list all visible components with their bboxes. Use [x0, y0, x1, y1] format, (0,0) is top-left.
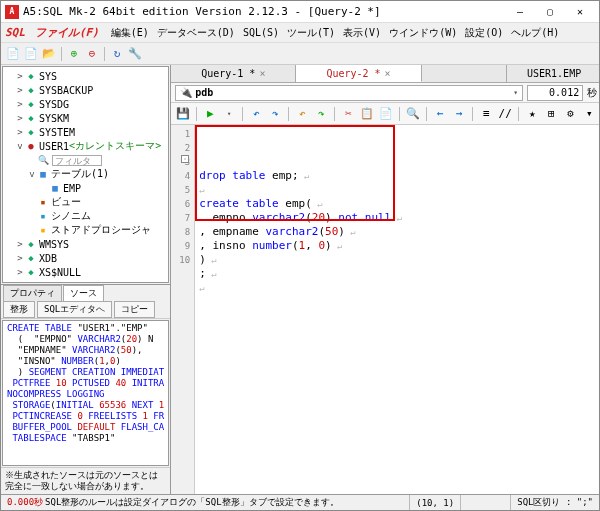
status-exec-time: 0.000秒	[7, 496, 43, 509]
menu-item-7[interactable]: 設定(O)	[461, 25, 507, 40]
menu-item-2[interactable]: データベース(D)	[153, 25, 239, 40]
tree-twisty[interactable]: >	[15, 99, 25, 109]
redo-icon[interactable]: ↷	[267, 106, 283, 122]
tree-twisty[interactable]: v	[15, 141, 25, 151]
tree-twisty[interactable]: >	[15, 127, 25, 137]
tree-filter-input[interactable]: フィルタ	[52, 155, 102, 166]
sql-editor[interactable]: drop table emp; ↵↵create table emp( ↵ em…	[195, 125, 599, 494]
code-line: ) ↵	[199, 253, 597, 267]
tbl-icon: ▦	[49, 183, 61, 193]
tree-node[interactable]: ▪ストアドプロシージャ	[3, 223, 168, 237]
arrow-left-icon[interactable]: ←	[432, 106, 448, 122]
close-button[interactable]: ✕	[565, 2, 595, 22]
tree-label: シノニム	[51, 209, 91, 223]
menu-item-1[interactable]: 編集(E)	[107, 25, 153, 40]
prop-tab-1[interactable]: ソース	[63, 285, 104, 301]
explain-icon[interactable]: ⊞	[543, 106, 559, 122]
arrow-right-icon[interactable]: →	[451, 106, 467, 122]
tree-node[interactable]: v●USER1 <カレントスキーマ>	[3, 139, 168, 153]
tree-node[interactable]: >◆WMSYS	[3, 237, 168, 251]
tree-label: XS$NULL	[39, 267, 81, 278]
tree-twisty[interactable]: >	[15, 267, 25, 277]
redo2-icon[interactable]: ↷	[313, 106, 329, 122]
tree-twisty[interactable]: >	[15, 253, 25, 263]
db-tree[interactable]: >◆SYS>◆SYSBACKUP>◆SYSDG>◆SYSKM>◆SYSTEMv●…	[2, 66, 169, 283]
tree-node[interactable]: v▦テーブル(1)	[3, 167, 168, 181]
format-icon[interactable]: ≡	[478, 106, 494, 122]
run-icon[interactable]: ▶	[202, 106, 218, 122]
menu-item-8[interactable]: ヘルプ(H)	[507, 25, 563, 40]
tree-node[interactable]: >◆XDB	[3, 251, 168, 265]
gutter-line: 7	[171, 211, 194, 225]
refresh-icon[interactable]: ↻	[109, 46, 125, 62]
tree-twisty[interactable]: >	[15, 71, 25, 81]
menu-item-4[interactable]: ツール(T)	[283, 25, 339, 40]
tree-node[interactable]: ▪ビュー	[3, 195, 168, 209]
menu-item-0[interactable]: ファイル(F)	[31, 24, 103, 41]
tree-twisty[interactable]: >	[15, 239, 25, 249]
tool-icon[interactable]: 🔧	[127, 46, 143, 62]
cut-icon[interactable]: ✂	[340, 106, 356, 122]
find-icon[interactable]: 🔍	[405, 106, 421, 122]
open-icon[interactable]: 📂	[41, 46, 57, 62]
paste-icon[interactable]: 📄	[378, 106, 394, 122]
menu-item-6[interactable]: ウインドウ(W)	[385, 25, 461, 40]
minimize-button[interactable]: —	[505, 2, 535, 22]
exec-time-field[interactable]	[527, 85, 583, 101]
editor-tab-label: Query-2 *	[326, 68, 380, 79]
tree-node[interactable]: ▦EMP	[3, 181, 168, 195]
editor-tab-1[interactable]: Query-2 *×	[296, 65, 421, 82]
prop-button-0[interactable]: 整形	[3, 301, 35, 318]
prop-button-2[interactable]: コピー	[114, 301, 155, 318]
new-sql-icon[interactable]: 📄	[23, 46, 39, 62]
source-area[interactable]: CREATE TABLE "USER1"."EMP" ( "EMPNO" VAR…	[2, 320, 169, 466]
tree-node[interactable]: ▪シノニム	[3, 209, 168, 223]
undo2-icon[interactable]: ↶	[294, 106, 310, 122]
tbl-icon: ▦	[37, 169, 49, 179]
db-remove-icon[interactable]: ⊖	[84, 46, 100, 62]
menu-item-5[interactable]: 表示(V)	[339, 25, 385, 40]
gutter-line: 2	[171, 141, 194, 155]
tree-twisty[interactable]: >	[15, 113, 25, 123]
tree-node[interactable]: >◆SYSDG	[3, 97, 168, 111]
main-toolbar: 📄 📄 📂 ⊕ ⊖ ↻ 🔧	[1, 43, 599, 65]
chevron-down-icon: ▾	[513, 88, 518, 97]
tree-node[interactable]: >◆XS$NULL	[3, 265, 168, 279]
tree-twisty[interactable]: >	[15, 85, 25, 95]
tree-node[interactable]: 🔍フィルタ	[3, 153, 168, 167]
comment-icon[interactable]: //	[497, 106, 513, 122]
maximize-button[interactable]: ▢	[535, 2, 565, 22]
prop-tab-0[interactable]: プロパティ	[3, 285, 62, 301]
tree-node[interactable]: >◆SYSKM	[3, 111, 168, 125]
tree-twisty[interactable]: v	[27, 169, 37, 179]
tree-label: SYSTEM	[39, 127, 75, 138]
code-line: , insno number(1, 0) ↵	[199, 239, 597, 253]
undo-icon[interactable]: ↶	[248, 106, 264, 122]
close-tab-icon[interactable]: ×	[259, 68, 265, 79]
tree-node[interactable]: >◆SYS	[3, 69, 168, 83]
connection-select[interactable]: 🔌 pdb ▾	[175, 85, 523, 101]
save-icon[interactable]: 💾	[175, 106, 191, 122]
fold-marker[interactable]: -	[181, 155, 189, 163]
tree-label: EMP	[63, 183, 81, 194]
status-sql-sep: SQL区切り : ";"	[511, 495, 599, 510]
bookmark-icon[interactable]: ★	[524, 106, 540, 122]
db-add-icon[interactable]: ⊕	[66, 46, 82, 62]
tree-label: XDB	[39, 253, 57, 264]
menu-item-3[interactable]: SQL(S)	[239, 25, 283, 40]
tree-node[interactable]: >◆SYSBACKUP	[3, 83, 168, 97]
settings-icon[interactable]: ⚙	[562, 106, 578, 122]
close-tab-icon[interactable]: ×	[385, 68, 391, 79]
copy-icon[interactable]: 📋	[359, 106, 375, 122]
run-menu-icon[interactable]: ▾	[221, 106, 237, 122]
editor-tab-0[interactable]: Query-1 *×	[171, 65, 296, 82]
connection-name: pdb	[195, 87, 213, 98]
status-message: SQL整形のルールは設定ダイアログの「SQL整形」タブで設定できます。	[45, 496, 339, 509]
db-icon: ◆	[25, 85, 37, 95]
prop-button-1[interactable]: SQLエディタへ	[37, 301, 112, 318]
more-icon[interactable]: ▾	[581, 106, 597, 122]
app-logo: SQL	[5, 26, 25, 39]
editor-tab-table[interactable]: USER1.EMP	[506, 65, 599, 82]
tree-node[interactable]: >◆SYSTEM	[3, 125, 168, 139]
new-icon[interactable]: 📄	[5, 46, 21, 62]
